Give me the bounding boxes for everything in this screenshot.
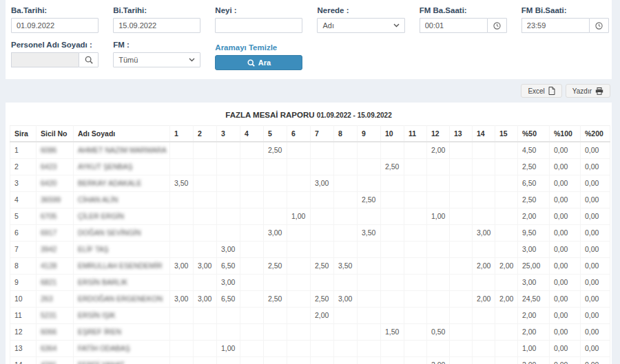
day-value-cell [217,208,240,225]
field-actions: Aramayı Temizle Ara [215,41,302,70]
day-value-cell: 2,50 [358,192,381,208]
day-value-cell: 3,00 [170,291,194,308]
day-value-cell [240,357,264,364]
day-value-cell [358,275,381,291]
fm-bi-saati-input[interactable] [521,18,589,33]
day-value-cell [170,142,194,159]
sira-cell: 7 [10,242,37,258]
day-value-cell: 2,50 [311,291,334,308]
field-fm: FM : Tümü [113,41,200,70]
field-neyi: Neyi : [215,6,302,33]
table-row: 144291FERDİ YANAT2,002,000,000,00 [10,357,610,364]
day-value-cell [287,357,311,364]
excel-button[interactable]: Excel [521,84,561,98]
day-value-cell [495,208,518,225]
percent-total-cell: 3,00 [518,275,550,291]
percent-total-cell: 24,50 [518,291,550,308]
percent-total-cell: 0,00 [550,324,581,341]
day-value-cell [358,308,381,324]
day-value-cell [473,357,495,364]
day-value-cell [287,159,311,175]
day-value-cell [495,175,518,192]
day-value-cell [334,324,358,341]
print-button[interactable]: Yazdır [566,84,610,98]
sira-cell: 5 [10,208,37,225]
day-value-cell [170,159,194,175]
sira-cell: 8 [10,258,37,275]
name-cell: BERKAY ADAKALE [74,175,170,192]
day-value-cell [287,175,311,192]
search-icon [247,59,255,67]
field-ba-tarihi: Ba.Tarihi: [11,6,99,33]
day-value-cell [358,291,381,308]
fm-ba-saati-input[interactable] [420,18,487,33]
day-value-cell [194,275,217,291]
percent-total-cell: 0,00 [550,192,581,208]
sicil-no-cell: 6066 [37,324,74,341]
day-value-cell [334,159,358,175]
column-header: %200 [581,126,610,142]
day-value-cell [170,192,194,208]
ba-tarihi-input[interactable] [11,18,99,33]
percent-total-cell: 3,00 [518,242,550,258]
day-value-cell [240,242,264,258]
nerede-select[interactable]: Adı [317,18,404,33]
day-value-cell [358,208,381,225]
name-cell: AYKUT ŞENBAŞ [74,159,170,175]
day-value-cell [194,341,217,357]
percent-total-cell: 0,00 [550,258,581,275]
day-value-cell [240,225,264,242]
day-value-cell: 3,00 [264,225,287,242]
day-value-cell [170,357,194,364]
sicil-no-cell: 6917 [37,225,74,242]
day-value-cell [427,258,450,275]
search-button[interactable]: Ara [215,55,302,70]
name-cell: ÇİLER ERGİN [74,208,170,225]
day-value-cell [450,225,473,242]
day-value-cell [450,159,473,175]
neyi-input[interactable] [215,18,302,33]
percent-total-cell: 0,00 [581,258,610,275]
day-value-cell [240,208,264,225]
day-value-cell [170,208,194,225]
table-row: 73942ELİF TAŞ3,003,000,000,00 [10,242,610,258]
day-value-cell [381,142,404,159]
day-value-cell [473,142,495,159]
percent-total-cell: 0,00 [550,291,581,308]
day-value-cell [240,258,264,275]
day-value-cell [194,308,217,324]
clear-search-link[interactable]: Aramayı Temizle [215,43,277,52]
day-value-cell [240,159,264,175]
day-value-cell [381,175,404,192]
day-value-cell [473,275,495,291]
personel-input[interactable] [11,52,79,67]
sira-cell: 6 [10,225,37,242]
table-row: 436599CİHAN ALİN2,502,500,000,00 [10,192,610,208]
day-value-cell: 6,50 [217,258,240,275]
column-header: 14 [473,126,495,142]
day-value-cell [217,142,240,159]
print-button-label: Yazdır [572,87,592,95]
day-value-cell [381,291,404,308]
bi-tarihi-input[interactable] [113,18,200,33]
sicil-no-cell: 5231 [37,308,74,324]
table-header-row: SiraSicil NoAdı Soyadı123456789101112131… [10,126,610,142]
column-header: Sira [10,126,37,142]
day-value-cell [287,142,311,159]
personel-search-button[interactable] [79,52,99,67]
day-value-cell [495,341,518,357]
sira-cell: 12 [10,324,37,341]
percent-total-cell: 1,00 [518,341,550,357]
percent-total-cell: 2,00 [518,308,550,324]
field-nerede: Nerede : Adı [317,6,404,33]
fm-select[interactable]: Tümü [113,52,200,67]
sira-cell: 2 [10,159,37,175]
name-cell: ERSİN BARLIK [74,275,170,291]
sicil-no-cell: 6086 [37,142,74,159]
day-value-cell: 2,50 [264,142,287,159]
percent-total-cell: 2,00 [518,357,550,364]
nerede-label: Nerede : [317,6,404,14]
day-value-cell [358,142,381,159]
sira-cell: 4 [10,192,37,208]
day-value-cell [473,175,495,192]
